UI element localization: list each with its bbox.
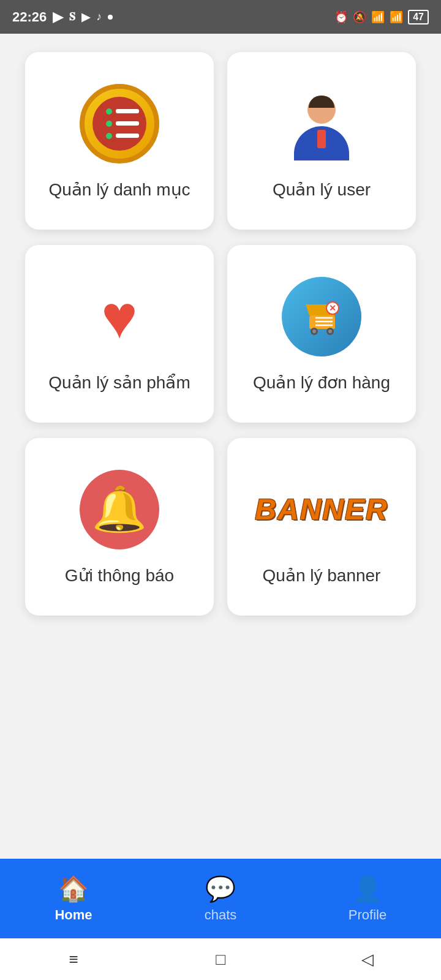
- grid-row-3: 🔔 Gửi thông báo BANNER Quản lý banner: [15, 438, 426, 616]
- grid-row-1: Quản lý danh mục Quản lý user: [15, 52, 426, 230]
- bottom-nav: 🏠 Home 💬 chats 👤 Profile: [0, 859, 441, 938]
- card-san-pham[interactable]: ♥ Quản lý sản phẩm: [25, 245, 214, 423]
- list-line-1: [106, 108, 139, 115]
- bell-circle-icon: 🔔: [80, 470, 159, 549]
- nav-profile[interactable]: 👤 Profile: [312, 875, 423, 923]
- danh-muc-circle-icon: [80, 84, 159, 164]
- chat-icon: 💬: [205, 875, 236, 903]
- list-line-bar-3: [116, 134, 139, 138]
- cart-svg-icon: ✕: [297, 292, 346, 341]
- system-menu-button[interactable]: ≡: [58, 950, 89, 969]
- icon-cart-wrapper: ✕: [279, 274, 364, 360]
- card-thong-bao-label: Gửi thông báo: [65, 565, 174, 587]
- icon-user-wrapper: [279, 81, 364, 167]
- status-left: 22:26 ▶ 𝐒 ▶ ♪: [12, 9, 113, 25]
- play-icon: ▶: [53, 9, 63, 25]
- cart-circle-icon: ✕: [282, 277, 361, 356]
- icon-heart-wrapper: ♥: [77, 274, 162, 360]
- mute-icon: 🔕: [353, 10, 366, 24]
- list-dot-3: [106, 133, 112, 139]
- profile-icon: 👤: [352, 875, 383, 903]
- nav-profile-label: Profile: [349, 907, 386, 923]
- card-banner-label: Quản lý banner: [263, 565, 381, 587]
- svg-point-2: [312, 330, 316, 333]
- danh-muc-inner: [92, 97, 146, 151]
- heart-icon: ♥: [101, 286, 137, 347]
- svg-text:✕: ✕: [329, 303, 336, 313]
- user-head: [307, 96, 336, 124]
- user-body: [294, 126, 349, 160]
- nav-home-label: Home: [55, 907, 92, 923]
- system-home-button[interactable]: □: [205, 950, 236, 969]
- youtube-icon: ▶: [81, 10, 90, 24]
- nav-home[interactable]: 🏠 Home: [18, 875, 129, 923]
- system-back-button[interactable]: ◁: [352, 950, 383, 969]
- list-line-3: [106, 133, 139, 139]
- card-san-pham-label: Quản lý sản phẩm: [48, 372, 190, 394]
- tiktok-icon: ♪: [96, 10, 102, 23]
- list-dot-1: [106, 108, 112, 115]
- card-danh-muc[interactable]: Quản lý danh mục: [25, 52, 214, 230]
- card-thong-bao[interactable]: 🔔 Gửi thông báo: [25, 438, 214, 616]
- nav-chats[interactable]: 💬 chats: [165, 875, 276, 923]
- dot-indicator: [108, 15, 113, 20]
- user-hair: [309, 96, 334, 108]
- status-time: 22:26: [12, 9, 47, 25]
- card-don-hang[interactable]: ✕ Quản lý đơn hàng: [227, 245, 416, 423]
- icon-bell-wrapper: 🔔: [77, 467, 162, 552]
- system-nav-bar: ≡ □ ◁: [0, 938, 441, 980]
- battery-icon: 47: [408, 10, 429, 24]
- status-right: ⏰ 🔕 📶 📶 47: [334, 10, 429, 24]
- s-icon: 𝐒: [69, 10, 75, 23]
- icon-danh-muc-wrapper: [77, 81, 162, 167]
- status-bar: 22:26 ▶ 𝐒 ▶ ♪ ⏰ 🔕 📶 📶 47: [0, 0, 441, 34]
- list-dot-2: [106, 121, 112, 127]
- card-danh-muc-label: Quản lý danh mục: [48, 179, 190, 201]
- signal-icon: 📶: [390, 10, 403, 24]
- bell-emoji-icon: 🔔: [92, 483, 147, 535]
- main-content: Quản lý danh mục Quản lý user ♥: [0, 34, 441, 859]
- grid-row-2: ♥ Quản lý sản phẩm: [15, 245, 426, 423]
- alarm-icon: ⏰: [334, 10, 348, 24]
- icon-banner-wrapper: BANNER: [279, 467, 364, 552]
- banner-text-icon: BANNER: [255, 492, 388, 526]
- svg-point-4: [328, 330, 332, 333]
- home-icon: 🏠: [58, 875, 89, 903]
- list-line-2: [106, 121, 139, 127]
- card-user-label: Quản lý user: [273, 179, 371, 201]
- card-user[interactable]: Quản lý user: [227, 52, 416, 230]
- user-tie: [317, 130, 326, 148]
- card-don-hang-label: Quản lý đơn hàng: [253, 372, 390, 394]
- card-banner[interactable]: BANNER Quản lý banner: [227, 438, 416, 616]
- list-line-bar-2: [116, 121, 139, 126]
- nav-chats-label: chats: [205, 907, 237, 923]
- user-figure-icon: [294, 87, 349, 160]
- list-line-bar-1: [116, 109, 139, 113]
- wifi-icon: 📶: [371, 10, 385, 24]
